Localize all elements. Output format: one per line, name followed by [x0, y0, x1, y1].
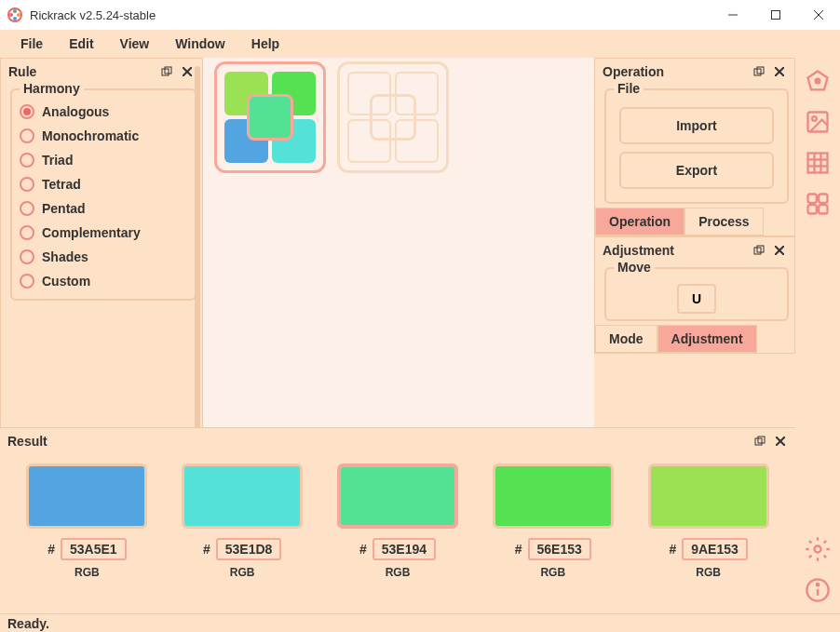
image-tool-icon[interactable] — [802, 106, 833, 138]
svg-point-37 — [817, 584, 819, 585]
menu-help[interactable]: Help — [238, 33, 292, 55]
swatch-color[interactable] — [337, 464, 458, 529]
harmony-option-pentad[interactable]: Pentad — [18, 196, 189, 221]
harmony-legend: Harmony — [20, 81, 84, 96]
close-panel-icon[interactable] — [180, 64, 195, 79]
info-icon[interactable] — [802, 574, 833, 606]
swatch-color[interactable] — [493, 464, 614, 529]
menu-view[interactable]: View — [107, 33, 163, 55]
radio-label: Analogous — [42, 104, 109, 119]
app-logo-icon — [7, 7, 22, 22]
rgb-label: RGB — [540, 566, 565, 579]
svg-point-4 — [9, 13, 13, 17]
swatch-center[interactable] — [247, 94, 293, 141]
rgb-label: RGB — [696, 566, 721, 579]
radio-label: Tetrad — [42, 177, 81, 192]
menu-edit[interactable]: Edit — [56, 33, 106, 55]
close-panel-icon[interactable] — [773, 434, 788, 449]
svg-point-2 — [17, 13, 20, 17]
tab-adjustment[interactable]: Adjustment — [657, 325, 757, 353]
move-legend: Move — [614, 260, 655, 275]
palette-tile-ghost[interactable] — [337, 61, 449, 173]
harmony-option-tetrad[interactable]: Tetrad — [18, 172, 189, 196]
adjustment-title: Adjustment — [603, 243, 746, 258]
harmony-option-monochromatic[interactable]: Monochromatic — [18, 124, 189, 148]
rgb-label: RGB — [230, 566, 255, 579]
ghost-swatch-center — [370, 94, 416, 141]
detach-icon[interactable] — [752, 243, 766, 258]
file-group: File Import Export — [604, 88, 789, 204]
result-title: Result — [7, 434, 747, 449]
detach-icon[interactable] — [752, 64, 766, 79]
detach-icon[interactable] — [159, 64, 174, 79]
hex-value[interactable]: 9AE153 — [682, 538, 748, 560]
radio-icon — [20, 274, 34, 289]
result-header: Result — [0, 428, 795, 454]
move-up-button[interactable]: U — [677, 284, 716, 314]
statusbar: Ready. — [0, 613, 840, 632]
harmony-option-complementary[interactable]: Complementary — [18, 221, 189, 245]
result-swatch[interactable]: #53A5E1RGB — [19, 464, 156, 579]
radio-icon — [20, 128, 34, 143]
result-swatch[interactable]: #53E1D8RGB — [174, 464, 311, 579]
svg-rect-25 — [808, 154, 828, 173]
palette-tile-active[interactable] — [214, 61, 326, 173]
tab-process[interactable]: Process — [684, 208, 763, 235]
import-button[interactable]: Import — [619, 107, 774, 144]
operation-panel: Operation File Import Export Operation P… — [594, 58, 795, 236]
svg-rect-32 — [808, 205, 817, 213]
settings-icon[interactable] — [802, 533, 833, 565]
close-panel-icon[interactable] — [772, 243, 787, 258]
radio-label: Triad — [42, 153, 73, 168]
minimize-button[interactable] — [711, 0, 754, 30]
result-swatch[interactable]: #56E153RGB — [484, 464, 621, 579]
swatch-color[interactable] — [26, 464, 147, 529]
maximize-button[interactable] — [754, 0, 797, 30]
hash-label: # — [515, 542, 522, 557]
menu-file[interactable]: File — [7, 33, 56, 55]
hash-label: # — [203, 542, 210, 557]
hex-value[interactable]: 53E1D8 — [216, 538, 282, 560]
svg-point-34 — [815, 546, 821, 553]
grid-tool-icon[interactable] — [802, 147, 833, 179]
hex-value[interactable]: 56E153 — [528, 538, 591, 560]
hex-value[interactable]: 53E194 — [373, 538, 436, 560]
hex-row: #9AE153 — [669, 538, 747, 560]
hex-row: #56E153 — [515, 538, 591, 560]
menu-window[interactable]: Window — [162, 33, 238, 55]
svg-point-1 — [13, 9, 17, 13]
swatch-color[interactable] — [648, 464, 769, 529]
result-swatch[interactable]: #9AE153RGB — [640, 464, 777, 579]
hex-row: #53E194 — [359, 538, 436, 560]
hex-row: #53A5E1 — [47, 538, 126, 560]
swatch-color[interactable] — [182, 464, 303, 529]
hex-value[interactable]: 53A5E1 — [61, 538, 127, 560]
close-button[interactable] — [797, 0, 840, 30]
radio-icon — [20, 177, 34, 192]
harmony-option-shades[interactable]: Shades — [18, 245, 189, 269]
right-toolbar — [795, 58, 840, 613]
rgb-label: RGB — [75, 566, 100, 579]
radio-label: Pentad — [42, 201, 86, 216]
detach-icon[interactable] — [752, 434, 767, 449]
harmony-option-custom[interactable]: Custom — [18, 269, 189, 293]
operation-title: Operation — [603, 64, 746, 79]
operation-tabs: Operation Process — [595, 208, 794, 235]
hash-label: # — [359, 542, 367, 557]
hash-label: # — [47, 542, 55, 557]
tab-mode[interactable]: Mode — [595, 325, 657, 353]
board-tool-icon[interactable] — [802, 188, 833, 220]
adjustment-panel: Adjustment Move U Mode Adjustment — [594, 236, 795, 354]
export-button[interactable]: Export — [619, 152, 774, 189]
adjustment-tabs: Mode Adjustment — [595, 325, 794, 353]
hex-row: #53E1D8 — [203, 538, 281, 560]
close-panel-icon[interactable] — [772, 64, 787, 79]
tab-operation[interactable]: Operation — [595, 208, 684, 235]
harmony-option-analogous[interactable]: Analogous — [18, 100, 189, 124]
svg-point-22 — [816, 79, 820, 84]
harmony-option-triad[interactable]: Triad — [18, 148, 189, 172]
result-swatch[interactable]: #53E194RGB — [330, 464, 467, 579]
svg-rect-6 — [772, 11, 780, 20]
rgb-label: RGB — [386, 566, 411, 579]
shape-tool-icon[interactable] — [802, 65, 833, 97]
